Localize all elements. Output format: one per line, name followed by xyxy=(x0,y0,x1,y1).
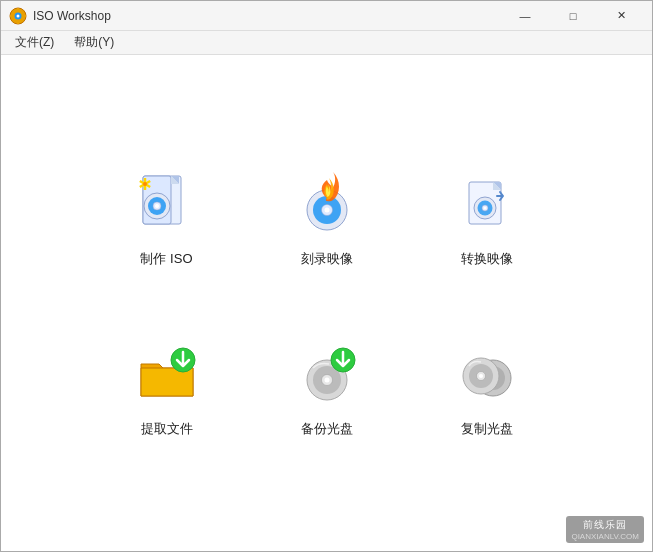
extract-files-label: 提取文件 xyxy=(141,420,193,438)
copy-disc-label: 复制光盘 xyxy=(461,420,513,438)
svg-point-29 xyxy=(483,207,486,210)
main-content: 制作 ISO xyxy=(1,55,652,551)
watermark-line1: 前线乐园 xyxy=(571,518,639,532)
backup-disc-label: 备份光盘 xyxy=(301,420,353,438)
burn-icon xyxy=(291,168,363,240)
extract-icon xyxy=(131,338,203,410)
close-button[interactable]: ✕ xyxy=(598,1,644,31)
backup-icon xyxy=(291,338,363,410)
title-bar-left: ISO Workshop xyxy=(9,7,111,25)
svg-point-14 xyxy=(155,204,159,208)
convert-image-button[interactable]: 转换映像 xyxy=(417,148,557,288)
window-controls: — □ ✕ xyxy=(502,1,644,31)
app-icon xyxy=(9,7,27,25)
extract-files-button[interactable]: 提取文件 xyxy=(97,318,237,458)
maximize-button[interactable]: □ xyxy=(550,1,596,31)
window-title: ISO Workshop xyxy=(33,9,111,23)
backup-disc-button[interactable]: 备份光盘 xyxy=(257,318,397,458)
help-menu[interactable]: 帮助(Y) xyxy=(64,32,124,54)
watermark: 前线乐园 QIANXIANLV.COM xyxy=(566,516,644,543)
convert-icon xyxy=(451,168,523,240)
watermark-line2: QIANXIANLV.COM xyxy=(571,532,639,541)
make-iso-icon xyxy=(131,168,203,240)
svg-point-44 xyxy=(479,374,483,378)
make-iso-label: 制作 ISO xyxy=(140,250,192,268)
svg-point-18 xyxy=(143,182,147,186)
svg-point-2 xyxy=(17,14,20,17)
menu-bar: 文件(Z) 帮助(Y) xyxy=(1,31,652,55)
convert-image-label: 转换映像 xyxy=(461,250,513,268)
make-iso-button[interactable]: 制作 ISO xyxy=(97,148,237,288)
svg-point-35 xyxy=(324,378,329,383)
minimize-button[interactable]: — xyxy=(502,1,548,31)
function-grid: 制作 ISO xyxy=(97,148,557,458)
copy-icon xyxy=(451,338,523,410)
title-bar: ISO Workshop — □ ✕ xyxy=(1,1,652,31)
burn-image-label: 刻录映像 xyxy=(301,250,353,268)
svg-point-22 xyxy=(324,208,329,213)
burn-image-button[interactable]: 刻录映像 xyxy=(257,148,397,288)
file-menu[interactable]: 文件(Z) xyxy=(5,32,64,54)
copy-disc-button[interactable]: 复制光盘 xyxy=(417,318,557,458)
main-window: ISO Workshop — □ ✕ 文件(Z) 帮助(Y) xyxy=(0,0,653,552)
